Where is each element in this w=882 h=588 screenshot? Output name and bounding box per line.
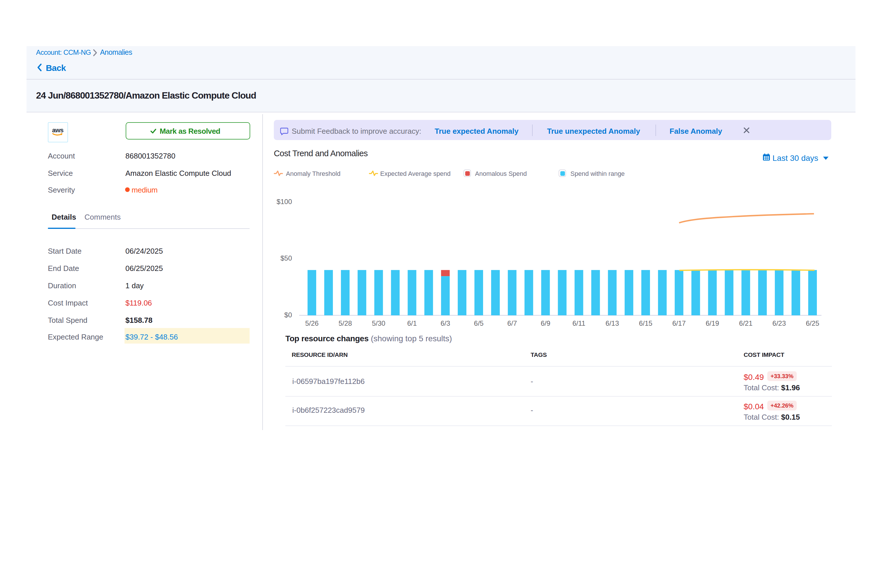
svg-text:$0: $0 <box>284 311 292 319</box>
svg-text:6/25: 6/25 <box>806 320 819 327</box>
svg-text:$50: $50 <box>280 254 292 262</box>
svg-text:5/28: 5/28 <box>338 320 352 327</box>
svg-text:5/30: 5/30 <box>372 320 386 327</box>
svg-text:6/11: 6/11 <box>572 320 585 327</box>
svg-text:6/21: 6/21 <box>739 320 753 327</box>
svg-text:5/26: 5/26 <box>305 320 319 327</box>
svg-text:6/13: 6/13 <box>606 320 619 327</box>
svg-text:aws: aws <box>52 127 64 134</box>
svg-text:$100: $100 <box>277 198 292 206</box>
svg-text:6/19: 6/19 <box>706 320 719 327</box>
svg-text:6/7: 6/7 <box>507 320 517 327</box>
svg-text:6/9: 6/9 <box>541 320 550 327</box>
svg-text:6/23: 6/23 <box>772 320 786 327</box>
svg-text:6/17: 6/17 <box>672 320 686 327</box>
svg-text:6/3: 6/3 <box>441 320 450 327</box>
svg-text:6/15: 6/15 <box>639 320 652 327</box>
svg-text:6/5: 6/5 <box>474 320 483 327</box>
svg-text:6/1: 6/1 <box>407 320 417 327</box>
